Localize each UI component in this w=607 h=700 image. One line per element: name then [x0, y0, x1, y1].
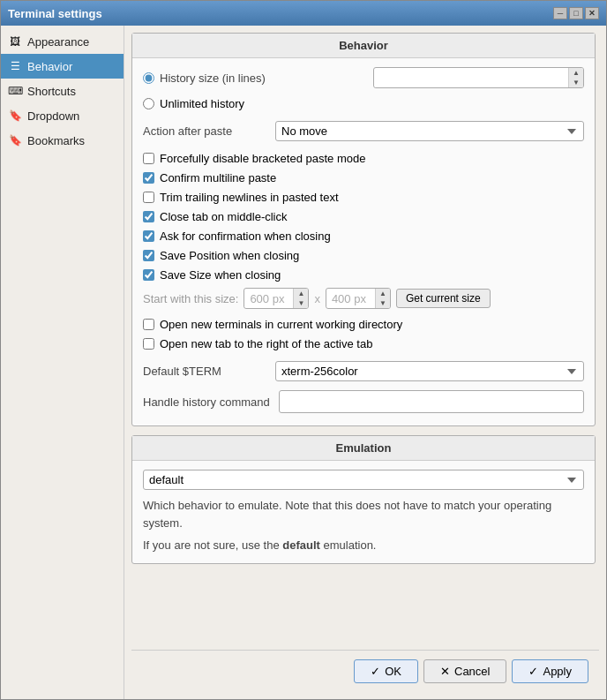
sidebar-item-appearance[interactable]: 🖼 Appearance — [1, 29, 124, 54]
emulation-desc2-prefix: If you are not sure, use the — [143, 538, 282, 552]
default-term-label: Default $TERM — [143, 365, 266, 378]
emulation-desc2-suffix: emulation. — [320, 538, 377, 552]
sidebar-label-behavior: Behavior — [27, 60, 72, 73]
action-after-paste-row: Action after paste No move Move to end S… — [143, 121, 584, 141]
emulation-desc2-bold: default — [282, 538, 320, 552]
confirm-multiline-row: Confirm multiline paste — [143, 171, 584, 184]
handle-history-row: Handle history command — [143, 390, 584, 413]
handle-history-label: Handle history command — [143, 395, 270, 409]
behavior-title: Behavior — [132, 34, 595, 58]
emulation-title: Emulation — [132, 436, 595, 461]
height-input[interactable] — [326, 290, 375, 308]
sidebar-label-appearance: Appearance — [27, 35, 89, 49]
history-size-spinbox-buttons: ▲ ▼ — [568, 68, 583, 87]
history-size-down-btn[interactable]: ▼ — [569, 78, 583, 87]
forcefully-disable-label: Forcefully disable bracketed paste mode — [160, 152, 365, 165]
forcefully-disable-row: Forcefully disable bracketed paste mode — [143, 152, 584, 165]
footer-bar: ✓ OK ✕ Cancel ✓ Apply — [131, 650, 599, 692]
behavior-icon: ☰ — [8, 59, 22, 73]
emulation-body: default vte xterm Which behavior to emul… — [132, 461, 595, 563]
trim-trailing-checkbox[interactable] — [143, 192, 154, 203]
save-position-checkbox[interactable] — [143, 250, 154, 261]
sidebar-label-bookmarks: Bookmarks — [27, 134, 85, 147]
handle-history-input[interactable] — [279, 390, 584, 413]
open-new-terminals-checkbox[interactable] — [143, 319, 154, 330]
ok-check-icon: ✓ — [371, 665, 380, 678]
history-size-input[interactable]: 1000 — [374, 69, 568, 87]
scrollable-content[interactable]: Behavior History size (in lines) 1000 — [131, 33, 599, 650]
height-spinbox-buttons: ▲ ▼ — [375, 289, 390, 308]
history-size-radio[interactable] — [143, 72, 154, 84]
behavior-section: Behavior History size (in lines) 1000 — [131, 33, 596, 426]
close-tab-row: Close tab on middle-click — [143, 210, 584, 223]
bookmarks-icon: 🔖 — [8, 133, 22, 147]
terminal-settings-window: Terminal settings ─ □ ✕ 🖼 Appearance ☰ B… — [0, 0, 607, 700]
width-spinbox-buttons: ▲ ▼ — [293, 289, 308, 308]
ok-label: OK — [385, 665, 401, 678]
sidebar-item-shortcuts[interactable]: ⌨ Shortcuts — [1, 79, 124, 103]
size-separator: x — [314, 292, 320, 305]
open-new-terminals-row: Open new terminals in current working di… — [143, 318, 584, 331]
unlimited-history-label[interactable]: Unlimited history — [143, 97, 244, 110]
trim-trailing-row: Trim trailing newlines in pasted text — [143, 191, 584, 204]
emulation-select[interactable]: default vte xterm — [143, 470, 584, 490]
emulation-desc2: If you are not sure, use the default emu… — [143, 537, 584, 554]
unlimited-history-row: Unlimited history — [143, 97, 584, 110]
sidebar-label-dropdown: Dropdown — [27, 109, 79, 123]
width-spinbox: ▲ ▼ — [244, 288, 309, 309]
history-size-radio-label[interactable]: History size (in lines) — [143, 72, 266, 85]
appearance-icon: 🖼 — [8, 34, 22, 49]
unlimited-history-radio[interactable] — [143, 98, 154, 109]
height-down-btn[interactable]: ▼ — [376, 298, 390, 308]
apply-label: Apply — [543, 665, 572, 678]
close-tab-checkbox[interactable] — [143, 211, 154, 222]
save-size-checkbox[interactable] — [143, 269, 154, 281]
window-title: Terminal settings — [8, 7, 102, 20]
cancel-x-icon: ✕ — [440, 665, 450, 678]
action-after-paste-select[interactable]: No move Move to end Scroll to end — [275, 121, 584, 141]
save-size-label: Save Size when closing — [160, 268, 281, 282]
action-after-paste-label: Action after paste — [143, 124, 266, 138]
emulation-desc1: Which behavior to emulate. Note that thi… — [143, 497, 584, 531]
confirm-multiline-checkbox[interactable] — [143, 172, 154, 184]
ask-confirmation-label: Ask for confirmation when closing — [160, 230, 331, 243]
sidebar-label-shortcuts: Shortcuts — [27, 85, 76, 98]
sidebar-item-behavior[interactable]: ☰ Behavior — [1, 54, 124, 79]
get-current-size-button[interactable]: Get current size — [396, 289, 491, 308]
maximize-button[interactable]: □ — [569, 7, 583, 19]
default-term-select[interactable]: xterm-256color xterm vte-256color — [275, 361, 584, 381]
sidebar-item-bookmarks[interactable]: 🔖 Bookmarks — [1, 128, 124, 153]
ask-confirmation-row: Ask for confirmation when closing — [143, 230, 584, 243]
main-area: 🖼 Appearance ☰ Behavior ⌨ Shortcuts 🔖 Dr… — [1, 26, 606, 699]
open-new-tab-label: Open new tab to the right of the active … — [160, 337, 372, 350]
behavior-body: History size (in lines) 1000 ▲ ▼ — [132, 58, 595, 425]
minimize-button[interactable]: ─ — [553, 7, 567, 19]
cancel-button[interactable]: ✕ Cancel — [423, 659, 506, 683]
history-size-up-btn[interactable]: ▲ — [569, 68, 583, 78]
close-button[interactable]: ✕ — [585, 7, 599, 19]
open-new-terminals-label: Open new terminals in current working di… — [160, 318, 402, 331]
open-new-tab-checkbox[interactable] — [143, 338, 154, 350]
width-input[interactable] — [244, 290, 293, 308]
trim-trailing-label: Trim trailing newlines in pasted text — [160, 191, 339, 204]
height-up-btn[interactable]: ▲ — [376, 289, 390, 298]
ask-confirmation-checkbox[interactable] — [143, 230, 154, 242]
width-up-btn[interactable]: ▲ — [294, 289, 308, 298]
apply-button[interactable]: ✓ Apply — [512, 659, 588, 683]
width-down-btn[interactable]: ▼ — [294, 298, 308, 308]
forcefully-disable-checkbox[interactable] — [143, 153, 154, 164]
close-tab-label: Close tab on middle-click — [160, 210, 288, 223]
titlebar-buttons: ─ □ ✕ — [553, 7, 599, 19]
dropdown-icon: 🔖 — [8, 109, 22, 123]
save-position-row: Save Position when closing — [143, 249, 584, 262]
open-new-tab-row: Open new tab to the right of the active … — [143, 337, 584, 350]
save-size-row: Save Size when closing — [143, 268, 584, 282]
start-size-label: Start with this size: — [143, 292, 238, 305]
default-term-row: Default $TERM xterm-256color xterm vte-2… — [143, 361, 584, 381]
ok-button[interactable]: ✓ OK — [354, 659, 418, 683]
sidebar: 🖼 Appearance ☰ Behavior ⌨ Shortcuts 🔖 Dr… — [1, 26, 124, 699]
sidebar-item-dropdown[interactable]: 🔖 Dropdown — [1, 103, 124, 128]
history-size-row: History size (in lines) 1000 ▲ ▼ — [143, 67, 584, 88]
height-spinbox: ▲ ▼ — [326, 288, 391, 309]
start-size-row: Start with this size: ▲ ▼ x — [143, 288, 584, 309]
